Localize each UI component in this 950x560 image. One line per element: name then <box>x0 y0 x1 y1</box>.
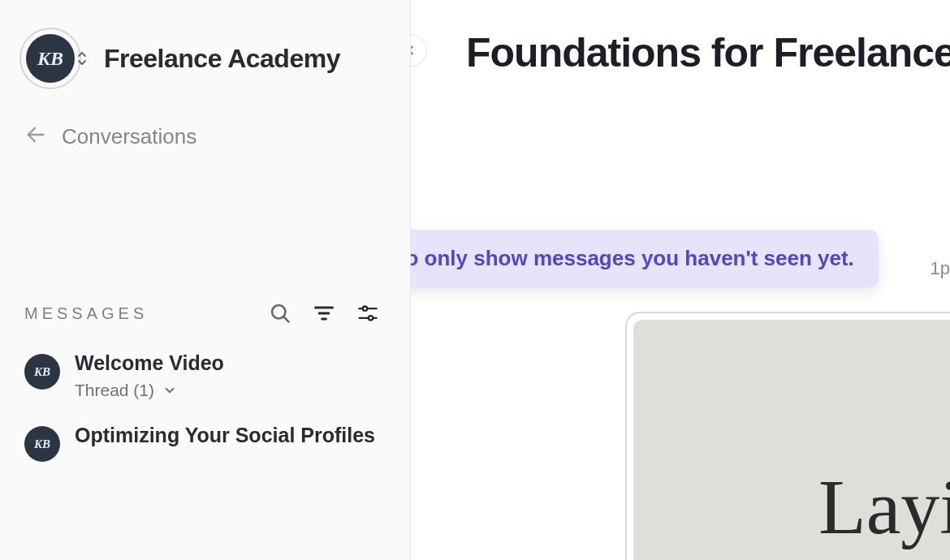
message-title: Optimizing Your Social Profiles <box>75 423 375 448</box>
chevron-down-icon <box>162 383 177 398</box>
thread-label: Thread (1) <box>75 381 154 400</box>
page-title: Foundations for Freelance Su <box>466 29 950 76</box>
conversations-label: Conversations <box>62 124 196 149</box>
svg-point-7 <box>363 306 367 310</box>
conversations-back[interactable]: Conversations <box>0 114 410 172</box>
svg-point-9 <box>369 316 373 320</box>
page-header: Foundations for Freelance Su <box>411 0 950 76</box>
messages-title: MESSAGES <box>24 304 148 323</box>
filter-tooltip: Filter to only show messages you haven't… <box>411 230 879 287</box>
messages-list: KB Welcome Video Thread (1) KB Optimizin… <box>0 334 410 462</box>
message-item[interactable]: KB Optimizing Your Social Profiles <box>24 423 391 462</box>
workspace-avatar: KB <box>19 28 81 89</box>
chevron-left-icon <box>411 44 417 57</box>
content-card[interactable]: Layin <box>625 312 950 560</box>
filter-icon[interactable] <box>313 302 335 325</box>
avatar-initials: KB <box>26 34 75 83</box>
sliders-icon[interactable] <box>356 302 379 325</box>
time-label: 1p <box>931 258 950 279</box>
workspace-title: Freelance Academy <box>104 44 340 74</box>
search-icon[interactable] <box>269 302 291 325</box>
message-title: Welcome Video <box>75 351 224 376</box>
messages-actions <box>269 302 391 325</box>
avatar: KB <box>24 354 60 390</box>
avatar: KB <box>24 426 60 462</box>
content-thumbnail: Layin <box>633 320 950 560</box>
workspace-switcher[interactable]: KB Freelance Academy <box>0 0 410 114</box>
annotation-arrow <box>411 325 419 422</box>
arrow-left-icon <box>24 123 47 149</box>
messages-header: MESSAGES <box>0 172 410 334</box>
thumbnail-text: Layin <box>818 462 950 552</box>
chevron-up-down-icon <box>76 50 88 67</box>
main-content: Foundations for Freelance Su Filter to o… <box>411 0 950 560</box>
message-thread[interactable]: Thread (1) <box>75 381 224 400</box>
sidebar: KB Freelance Academy Conversations MESSA… <box>0 0 411 560</box>
svg-line-2 <box>283 317 288 321</box>
message-item[interactable]: KB Welcome Video Thread (1) <box>24 351 391 400</box>
